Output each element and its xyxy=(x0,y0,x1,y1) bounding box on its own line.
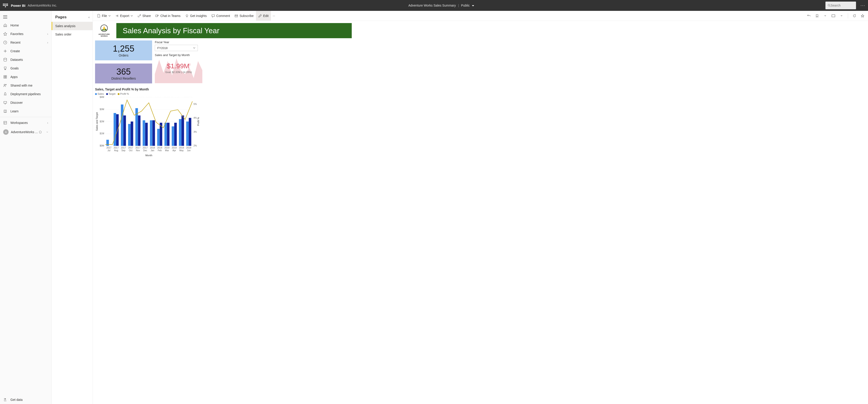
svg-text:$2M: $2M xyxy=(100,120,104,123)
svg-text:4%: 4% xyxy=(193,117,197,119)
chevron-down-icon xyxy=(108,15,111,16)
svg-text:Profit %: Profit % xyxy=(197,117,199,126)
export-icon xyxy=(115,14,119,18)
svg-rect-72 xyxy=(167,123,169,146)
svg-point-21 xyxy=(186,15,188,16)
nav-learn[interactable]: Learn xyxy=(0,107,51,115)
svg-text:Month: Month xyxy=(145,154,152,157)
nav-favorites[interactable]: Favorites› xyxy=(0,30,51,38)
page-tab[interactable]: Sales analysis xyxy=(52,22,93,30)
svg-rect-9 xyxy=(4,75,5,77)
nav-datasets[interactable]: Datasets xyxy=(0,56,51,64)
comment-button[interactable]: Comment xyxy=(209,11,232,21)
svg-point-8 xyxy=(4,58,7,59)
fiscal-year-label: Fiscal Year xyxy=(155,40,203,44)
nav-discover[interactable]: Discover xyxy=(0,98,51,107)
nav-apps[interactable]: Apps xyxy=(0,73,51,81)
comment-icon xyxy=(211,14,215,18)
svg-rect-12 xyxy=(5,77,6,78)
resellers-value: 365 xyxy=(116,67,131,77)
svg-rect-19 xyxy=(156,15,158,17)
nav-get-data[interactable]: Get data xyxy=(0,395,51,404)
search-input[interactable] xyxy=(826,2,856,9)
pencil-icon xyxy=(258,14,262,18)
resellers-card[interactable]: 365 Distinct Resellers xyxy=(95,64,152,83)
nav-workspaces[interactable]: Workspaces› xyxy=(0,119,51,127)
svg-text:$0M: $0M xyxy=(100,144,104,147)
svg-point-0 xyxy=(828,4,830,6)
chart-legend: Sales Target Profit % xyxy=(95,93,202,95)
fiscal-year-slicer[interactable]: FY2018 xyxy=(155,45,198,51)
premium-icon xyxy=(39,130,42,134)
svg-rect-63 xyxy=(150,120,152,146)
visibility-badge: Public xyxy=(461,4,470,7)
insights-button[interactable]: Get insights xyxy=(183,11,209,21)
aw-logo: ADVENTURE WORKS xyxy=(95,23,113,38)
get-data-icon xyxy=(3,398,7,402)
svg-text:Jun: Jun xyxy=(187,149,191,152)
search-field[interactable] xyxy=(830,4,854,7)
nav-pipelines[interactable]: Deployment pipelines xyxy=(0,90,51,98)
report-name: Adventure Works Sales Summary xyxy=(408,4,456,7)
svg-text:Sales and Target: Sales and Target xyxy=(95,112,98,131)
orders-card[interactable]: 1,255 Orders xyxy=(95,40,152,60)
brand-label: Power BI xyxy=(11,4,25,7)
more-options-button[interactable]: ··· xyxy=(861,3,865,8)
svg-text:Apr: Apr xyxy=(173,149,176,152)
view-button[interactable] xyxy=(830,12,837,20)
chevron-right-icon: › xyxy=(47,41,48,44)
nav-create[interactable]: Create xyxy=(0,47,51,56)
kpi-value: $1.99M! xyxy=(155,62,203,70)
export-menu[interactable]: Export xyxy=(113,11,135,21)
chart-title: Sales, Target and Profit % by Month xyxy=(95,88,202,91)
nav-shared[interactable]: Shared with me xyxy=(0,81,51,90)
chevron-down-icon xyxy=(472,5,474,6)
edit-button[interactable]: Edit xyxy=(256,11,271,21)
chat-teams-button[interactable]: Chat in Teams xyxy=(153,11,183,21)
nav-collapse-button[interactable] xyxy=(0,13,51,21)
nav-current-workspace[interactable]: AAdventureWorks ...› xyxy=(0,127,51,137)
share-button[interactable]: Share xyxy=(135,11,153,21)
svg-text:$1M: $1M xyxy=(100,132,104,135)
svg-text:2%: 2% xyxy=(193,144,197,147)
svg-rect-75 xyxy=(172,126,174,146)
nav-home[interactable]: Home xyxy=(0,21,51,30)
svg-rect-59 xyxy=(143,120,145,146)
app-launcher-icon[interactable] xyxy=(3,3,8,8)
bulb-icon xyxy=(185,14,189,18)
svg-rect-80 xyxy=(182,115,184,146)
svg-text:Feb: Feb xyxy=(158,149,162,152)
cmdbar-more-button[interactable]: ··· xyxy=(271,14,277,18)
svg-rect-76 xyxy=(174,123,177,146)
svg-text:2018: 2018 xyxy=(150,146,155,149)
chevron-down-icon xyxy=(193,47,195,48)
page-tab[interactable]: Sales order xyxy=(52,30,93,38)
reset-button[interactable] xyxy=(805,12,812,20)
favorite-button[interactable] xyxy=(859,12,866,20)
pages-title: Pages xyxy=(55,15,88,20)
view-dropdown[interactable] xyxy=(838,12,845,20)
org-label: AdventureWorks Inc. xyxy=(28,4,57,7)
nav-goals[interactable]: Goals xyxy=(0,64,51,73)
breadcrumb[interactable]: Adventure Works Sales Summary | Public xyxy=(57,4,826,7)
undo-icon xyxy=(807,14,811,18)
bookmark-dropdown[interactable] xyxy=(822,12,829,20)
orders-label: Orders xyxy=(119,54,129,57)
trophy-icon xyxy=(3,66,7,70)
file-menu[interactable]: File xyxy=(95,11,113,21)
refresh-button[interactable] xyxy=(851,12,858,20)
search-icon xyxy=(828,4,830,7)
clock-icon xyxy=(3,40,7,44)
collapse-pages-button[interactable]: « xyxy=(88,15,89,19)
bookmark-button[interactable] xyxy=(813,12,821,20)
svg-rect-10 xyxy=(5,75,6,77)
home-icon xyxy=(3,23,7,27)
file-icon xyxy=(97,14,100,18)
subscribe-button[interactable]: Subscribe xyxy=(232,11,256,21)
svg-rect-64 xyxy=(153,120,155,146)
svg-rect-15 xyxy=(4,102,7,103)
sales-target-kpi[interactable]: $1.99M! Goal: $2.32M (-14.28%) xyxy=(155,57,203,83)
svg-text:Oct: Oct xyxy=(129,149,133,152)
combo-chart[interactable]: Sales, Target and Profit % by Month Sale… xyxy=(95,88,202,158)
nav-recent[interactable]: Recent› xyxy=(0,38,51,47)
